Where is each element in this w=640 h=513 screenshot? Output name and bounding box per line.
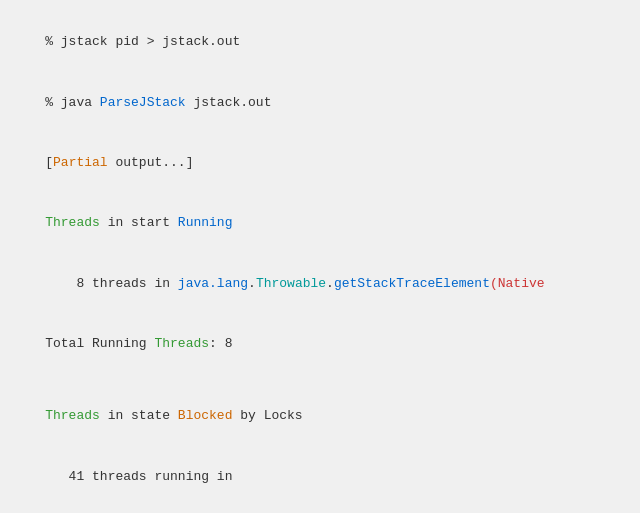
section1-header: Threads in start Running xyxy=(14,193,626,253)
spacer1 xyxy=(14,375,626,387)
cmd-line-1: % jstack pid > jstack.out xyxy=(14,12,626,72)
section2-line1: 41 threads running in xyxy=(14,447,626,507)
code-output: % jstack pid > jstack.out % java ParseJS… xyxy=(14,12,626,513)
section1-total: Total Running Threads: 8 xyxy=(14,314,626,374)
section2-line2: com.sun.enterprise.loader.EJBClassLoader… xyxy=(14,507,626,513)
cmd-line-2: % java ParseJStack jstack.out xyxy=(14,72,626,132)
section1-line1: 8 threads in java.lang.Throwable.getStac… xyxy=(14,254,626,314)
section2-header: Threads in state Blocked by Locks xyxy=(14,386,626,446)
partial-output: [Partial output...] xyxy=(14,133,626,193)
